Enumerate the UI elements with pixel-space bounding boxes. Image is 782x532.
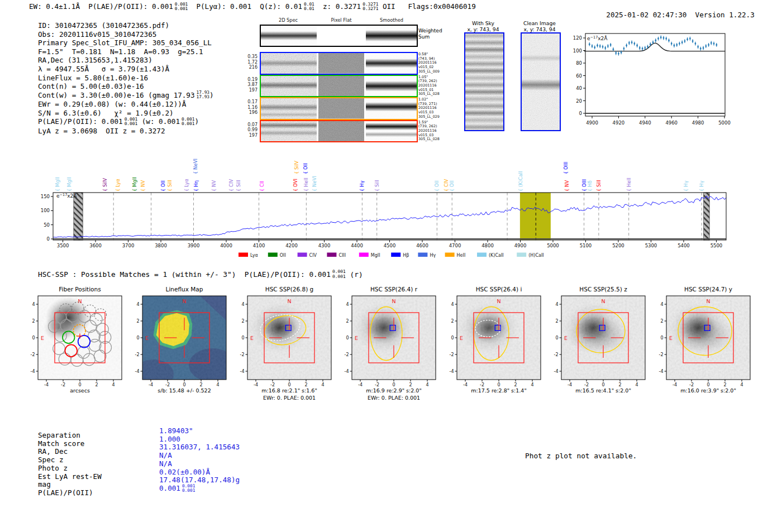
svg-text:0: 0 — [392, 382, 395, 387]
svg-text:4900: 4900 — [514, 243, 527, 248]
svg-text:{ OII: { OII — [449, 180, 455, 191]
svg-text:3600: 3600 — [89, 243, 102, 248]
fiber-row-id: 1.05"(739, 262)20201116v015_01305_LL_028 — [418, 75, 444, 97]
spec2d-strip — [318, 121, 364, 142]
spec2d-strip — [366, 26, 417, 46]
svg-text:5300: 5300 — [645, 243, 657, 248]
fiber-2dspec-row — [260, 52, 418, 75]
north-label: N — [287, 298, 291, 304]
match-row-value: 0.02(±0.00)Å — [159, 468, 240, 477]
legend-swatch — [517, 253, 526, 257]
svg-text:3500: 3500 — [57, 243, 69, 248]
svg-text:80: 80 — [576, 60, 582, 66]
svg-text:2: 2 — [451, 319, 454, 324]
svg-text:{ CIV: { CIV — [444, 179, 449, 191]
svg-text:{ Lyα: { Lyα — [115, 179, 121, 191]
info-line: ID: 3010472365 (3010472365.pdf) — [38, 21, 214, 30]
svg-text:-2: -2 — [554, 352, 559, 357]
cutout-caption: m:17.5 re:2.8" s:1.4" — [471, 387, 527, 394]
match-table-values: 1.89403"1.00031.316037, 1.415643N/AN/A0.… — [159, 427, 240, 493]
svg-text:{ NeVI: { NeVI — [193, 159, 198, 174]
svg-text:0: 0 — [346, 336, 349, 341]
weighted-sum-row — [260, 25, 418, 47]
svg-text:4700: 4700 — [449, 243, 461, 248]
svg-text:-2: -2 — [31, 352, 35, 357]
svg-text:40: 40 — [576, 85, 582, 91]
svg-text:-4: -4 — [254, 382, 258, 387]
svg-text:-4: -4 — [450, 369, 454, 374]
stacked-fraction: 0.0010.001 — [125, 117, 137, 126]
legend-swatch — [298, 253, 307, 257]
cutout-panel-r: HSC SSP(26.4) rNE-4-4-2-2002244m:16.9 re… — [338, 286, 450, 404]
east-label: E — [669, 335, 673, 341]
svg-text:{ NV: { NV — [140, 180, 146, 191]
svg-text:-2: -2 — [240, 352, 245, 357]
svg-text:{ Hγ: { Hγ — [359, 180, 365, 191]
legend-swatch — [327, 253, 336, 257]
info-line: Cont(w) = 3.30(±0.00)e-16 (gmag 17.9317.… — [38, 91, 214, 100]
north-label: N — [706, 298, 710, 304]
svg-text:5000: 5000 — [718, 120, 731, 126]
info-line: LyA z = 3.0698 OII z = 0.3272 — [38, 127, 214, 136]
svg-text:4940: 4940 — [639, 120, 651, 126]
weighted-sum-label: WeightedSum — [418, 28, 442, 40]
svg-text:0: 0 — [602, 382, 604, 387]
svg-text:0: 0 — [497, 382, 500, 387]
stacked-fraction: 0.0010.001 — [175, 2, 188, 11]
match-row-label: Photo z — [38, 464, 102, 473]
svg-text:{ OVI: { OVI — [293, 179, 298, 191]
svg-text:{ OIII: { OIII — [581, 179, 587, 191]
svg-text:{ NV: { NV — [211, 180, 217, 191]
svg-text:-4: -4 — [358, 382, 363, 387]
svg-text:-4: -4 — [659, 369, 664, 374]
svg-text:-4: -4 — [135, 369, 140, 374]
svg-text:{ SiII: { SiII — [236, 180, 241, 191]
match-row-value: N/A — [159, 452, 240, 460]
svg-text:5000: 5000 — [547, 243, 559, 248]
match-row-label: RA, Dec — [38, 448, 102, 456]
svg-text:50: 50 — [44, 222, 50, 228]
svg-text:5200: 5200 — [612, 243, 624, 248]
svg-text:2: 2 — [409, 382, 412, 387]
spec2d-strip — [261, 121, 317, 142]
stacked-fraction: 0.0010.001 — [332, 270, 346, 279]
svg-text:-2: -2 — [375, 382, 379, 387]
north-label: N — [392, 298, 395, 304]
svg-text:4100: 4100 — [253, 243, 265, 248]
match-row-value: 1.89403" — [159, 427, 240, 435]
svg-text:3900: 3900 — [188, 243, 200, 248]
stacked-fraction: 17.9317.93 — [197, 90, 209, 99]
cutout-caption2: EWr: 0. PLAE: 0.001 — [368, 395, 420, 401]
legend-swatch — [418, 253, 427, 257]
svg-text:0: 0 — [660, 336, 663, 341]
legend-label: HeII — [457, 253, 466, 258]
cutout-caption2: EWr: 0. PLAE: 0.001 — [263, 395, 316, 401]
north-label: N — [601, 298, 605, 304]
spec2d-strip — [366, 53, 417, 74]
report-datetime: 2025-01-02 02:47:30 — [606, 11, 686, 19]
match-row-label: Separation — [38, 432, 102, 440]
svg-text:4: 4 — [555, 302, 558, 307]
svg-text:0: 0 — [288, 382, 290, 387]
svg-text:{ OIII: { OIII — [563, 162, 569, 174]
cutout-panel-lineflux: Lineflux MapNE-4-4-2-2002244s/b: 15.48 +… — [128, 286, 240, 404]
legend-label: (K)CaII — [489, 253, 504, 258]
legend-swatch — [359, 253, 369, 257]
svg-text:-2: -2 — [135, 352, 140, 357]
svg-text:4: 4 — [136, 302, 139, 307]
svg-text:4000: 4000 — [220, 243, 232, 248]
svg-text:{ CIV: { CIV — [228, 179, 234, 191]
svg-text:4800: 4800 — [481, 243, 494, 248]
cutout-title: Fiber Positions — [59, 286, 101, 293]
svg-text:4400: 4400 — [351, 243, 363, 248]
svg-text:-2: -2 — [165, 382, 170, 387]
svg-text:2: 2 — [32, 319, 35, 324]
stacked-fraction: 0.0010.001 — [182, 117, 194, 126]
col-title-2dspec: 2D Spec — [266, 17, 311, 23]
fiber-row-weights: 0.351.72216 — [242, 54, 258, 70]
svg-text:2: 2 — [136, 319, 139, 324]
svg-text:4500: 4500 — [384, 243, 396, 248]
legend-swatch — [391, 253, 400, 257]
cutout-title: HSC SSP(26.4) r — [370, 286, 418, 293]
cutout-title: Lineflux Map — [166, 286, 203, 293]
